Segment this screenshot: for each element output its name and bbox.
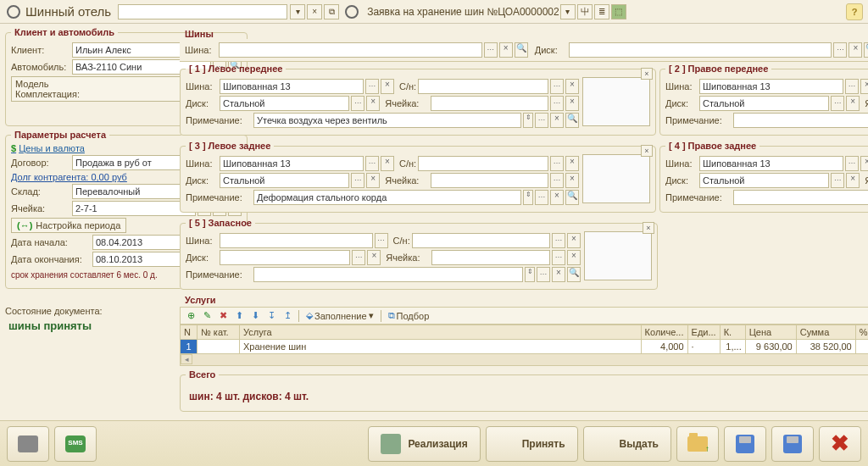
wheel-close-icon[interactable]: × xyxy=(643,222,654,234)
wheel-photo[interactable] xyxy=(584,231,652,280)
w-note-search-icon[interactable]: 🔍 xyxy=(565,113,579,128)
col-k[interactable]: К. xyxy=(720,325,745,340)
svc-add-icon[interactable]: ⊕ xyxy=(184,309,198,322)
svc-up-icon[interactable]: ⬆ xyxy=(232,309,247,322)
svc-del-icon[interactable]: ✖ xyxy=(216,309,231,322)
svc-fill-button[interactable]: ⬙ Заполнение ▾ xyxy=(303,309,377,322)
w-sn-dots-icon[interactable]: … xyxy=(552,233,565,248)
save-as-button[interactable] xyxy=(724,426,766,462)
w-sn-dots-icon[interactable]: … xyxy=(550,156,564,171)
w-tire-dots-icon[interactable]: … xyxy=(845,79,859,94)
titlebar-clear-icon[interactable]: × xyxy=(307,4,322,19)
w-tire-clear-icon[interactable]: × xyxy=(860,156,868,171)
w-sn-clear-icon[interactable]: × xyxy=(565,156,579,171)
w-cell-input[interactable] xyxy=(431,250,550,265)
titlebar-copy-icon[interactable]: ⧉ xyxy=(324,4,339,19)
titlebar-dropdown-icon[interactable]: ▾ xyxy=(290,4,305,19)
issue-button[interactable]: Выдать xyxy=(583,426,671,462)
cell-sum[interactable]: 38 520,00 xyxy=(796,340,855,354)
w-note-clear-icon[interactable]: × xyxy=(550,190,564,205)
w-tire-clear-icon[interactable]: × xyxy=(381,79,394,94)
w-disk-clear-icon[interactable]: × xyxy=(366,173,380,188)
w-disk-dots-icon[interactable]: … xyxy=(351,96,364,111)
scroll-left-icon[interactable]: ◂ xyxy=(181,354,192,364)
realize-button[interactable]: Реализация xyxy=(368,426,480,462)
w-cell-clear-icon[interactable]: × xyxy=(567,250,581,265)
wheel-photo[interactable] xyxy=(582,77,650,126)
wheel-close-icon[interactable]: × xyxy=(641,68,653,80)
w-disk-clear-icon[interactable]: × xyxy=(367,250,381,265)
print-button[interactable] xyxy=(7,426,49,462)
titlebar-dropdown2-icon[interactable]: ▾ xyxy=(560,4,576,19)
w-disk-dots-icon[interactable]: … xyxy=(831,173,844,188)
w-note-dots-icon[interactable]: … xyxy=(535,190,548,205)
table-row[interactable]: 1 Хранение шин 4,000 · 1,... 9 630,00 38… xyxy=(181,340,869,354)
cell-unit[interactable]: · xyxy=(687,340,720,354)
w-note-spin-icon[interactable]: ⇕ xyxy=(523,113,533,128)
w-disk-dots-icon[interactable]: … xyxy=(831,96,844,111)
w-sn-clear-icon[interactable]: × xyxy=(567,233,581,248)
w-tire-input[interactable] xyxy=(699,156,843,171)
client-input[interactable] xyxy=(72,42,196,58)
cell-qty[interactable]: 4,000 xyxy=(641,340,687,354)
w-cell-input[interactable] xyxy=(431,173,548,188)
w-tire-clear-icon[interactable]: × xyxy=(381,156,394,171)
w-tire-input[interactable] xyxy=(220,79,364,94)
w-disk-input[interactable] xyxy=(699,96,829,111)
w-tire-dots-icon[interactable]: … xyxy=(365,79,379,94)
w-sn-clear-icon[interactable]: × xyxy=(565,79,579,94)
w-tire-input[interactable] xyxy=(220,233,373,248)
cell-input[interactable] xyxy=(72,201,196,216)
w-note-clear-icon[interactable]: × xyxy=(552,267,565,282)
w-tire-dots-icon[interactable]: … xyxy=(375,233,388,248)
table-scrollbar[interactable]: ◂ ▸ xyxy=(180,354,868,366)
w-cell-dots-icon[interactable]: … xyxy=(550,96,564,111)
cell-k[interactable]: 1,... xyxy=(720,340,745,354)
w-note-spin-icon[interactable]: ⇕ xyxy=(523,190,533,205)
col-discpct[interactable]: % ск... xyxy=(855,325,868,340)
svc-sort-icon[interactable]: ↧ xyxy=(264,309,279,322)
col-sum[interactable]: Сумма xyxy=(796,325,855,340)
w-disk-dots-icon[interactable]: … xyxy=(351,173,364,188)
w-note-clear-icon[interactable]: × xyxy=(550,113,564,128)
w-tire-dots-icon[interactable]: … xyxy=(845,156,859,171)
svc-edit-icon[interactable]: ✎ xyxy=(200,309,214,322)
cell-discpct[interactable] xyxy=(855,340,868,354)
w-disk-input[interactable] xyxy=(699,173,829,188)
w-note-search-icon[interactable]: 🔍 xyxy=(567,267,581,282)
common-disk-clear-icon[interactable]: × xyxy=(849,42,862,58)
col-svc[interactable]: Услуга xyxy=(240,325,642,340)
w-sn-input[interactable] xyxy=(418,156,548,171)
services-table[interactable]: N № кат. Услуга Количе... Еди... К. Цена… xyxy=(180,325,868,354)
cell-price[interactable]: 9 630,00 xyxy=(745,340,796,354)
svc-sort2-icon[interactable]: ↥ xyxy=(281,309,295,322)
help-button[interactable]: ? xyxy=(846,3,863,20)
open-button[interactable]: ↑ xyxy=(676,426,719,462)
debt-link[interactable]: Долг контрагента: 0,00 руб xyxy=(11,172,127,182)
common-disk-dots-icon[interactable]: … xyxy=(833,42,847,58)
w-note-input[interactable] xyxy=(253,267,523,282)
col-qty[interactable]: Количе... xyxy=(641,325,687,340)
accept-button[interactable]: Принять xyxy=(486,426,578,462)
titlebar-select[interactable] xyxy=(118,4,287,19)
w-cell-clear-icon[interactable]: × xyxy=(565,173,579,188)
close-button[interactable]: ✖ xyxy=(819,426,861,462)
svc-pick-button[interactable]: ⧉ Подбор xyxy=(385,309,433,322)
titlebar-tree-icon[interactable]: ⼬ xyxy=(577,4,593,19)
wheel-photo[interactable] xyxy=(582,154,650,203)
titlebar-misc-icon[interactable]: ⬚ xyxy=(611,4,626,19)
common-tire-clear-icon[interactable]: × xyxy=(499,42,513,58)
col-cat[interactable]: № кат. xyxy=(198,325,240,340)
w-note-input[interactable] xyxy=(733,190,868,205)
w-tire-dots-icon[interactable]: … xyxy=(365,156,379,171)
w-cell-input[interactable] xyxy=(431,96,548,111)
common-disk-input[interactable] xyxy=(569,42,832,58)
w-tire-clear-icon[interactable]: × xyxy=(860,79,868,94)
save-button[interactable] xyxy=(771,426,814,462)
w-sn-input[interactable] xyxy=(412,233,550,248)
w-note-input[interactable] xyxy=(253,190,521,205)
col-n[interactable]: N xyxy=(181,325,198,340)
w-sn-input[interactable] xyxy=(418,79,548,94)
cell-n[interactable]: 1 xyxy=(181,340,198,354)
w-disk-dots-icon[interactable]: … xyxy=(352,250,365,265)
